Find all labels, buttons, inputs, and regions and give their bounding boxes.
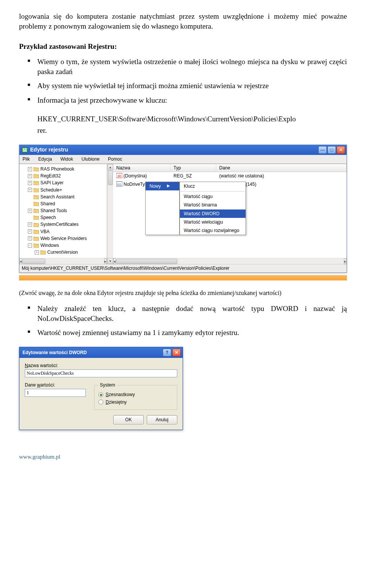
- context-item-key[interactable]: Klucz: [180, 182, 246, 190]
- example-heading: Przykład zastosowani Rejestru:: [19, 42, 347, 52]
- radio-dec-label: Dziesiętny: [106, 399, 127, 405]
- tree-item[interactable]: +RegEdt32: [21, 172, 101, 179]
- status-bar: Mój komputer\HKEY_CURRENT_USER\Software\…: [19, 264, 347, 272]
- scroll-left-button[interactable]: ◂: [113, 258, 116, 264]
- close-button[interactable]: ✕: [337, 146, 345, 154]
- folder-icon: [34, 180, 39, 185]
- menu-view[interactable]: Widok: [59, 156, 74, 163]
- expand-toggle[interactable]: +: [28, 229, 32, 234]
- context-item-multistring[interactable]: Wartość wielociągu: [180, 218, 246, 226]
- tree-label: SystemCertificates: [40, 221, 79, 227]
- value-list[interactable]: Nazwa Typ Dane ab(Domyślna)REG_SZ(wartoś…: [113, 164, 347, 264]
- tree-item[interactable]: Shared: [21, 200, 101, 207]
- expand-toggle[interactable]: +: [28, 174, 32, 178]
- tree-label: Web Service Providers: [40, 235, 87, 242]
- value-data: (wartość nie ustalona): [216, 172, 347, 180]
- tree-item[interactable]: +VBA: [21, 228, 101, 235]
- bullet-item: Informacja ta jest przechowywane w klucz…: [19, 95, 347, 105]
- registry-editor-window: Edytor rejestru — □ ✕ Plik Edycja Widok …: [19, 145, 347, 273]
- menu-favorites[interactable]: Ulubione: [80, 156, 101, 163]
- minimize-button[interactable]: —: [318, 146, 327, 154]
- scroll-right-button[interactable]: ▸: [344, 258, 347, 264]
- data-input[interactable]: [25, 389, 86, 397]
- maximize-button[interactable]: □: [327, 146, 336, 154]
- expand-toggle[interactable]: [28, 195, 32, 199]
- tree-item[interactable]: Speech: [21, 214, 101, 221]
- folder-icon: [34, 208, 39, 213]
- col-type[interactable]: Typ: [170, 164, 216, 172]
- horizontal-scrollbar[interactable]: [116, 258, 344, 264]
- regedit-icon: [22, 147, 28, 153]
- col-data[interactable]: Dane: [216, 164, 347, 172]
- scroll-left-button[interactable]: ◂: [19, 258, 22, 264]
- bullet-item: Należy znaleźć ten klucz, a następnie do…: [19, 304, 347, 323]
- dialog-title: Edytowanie wartości DWORD: [22, 350, 163, 356]
- tree-vertical-scrollbar[interactable]: ▴ ▾: [107, 164, 113, 264]
- value-type: REG_SZ: [170, 172, 216, 180]
- registry-path-block: HKEY_CURRENT_USER\Software\Microsoft\Win…: [19, 114, 347, 135]
- expand-toggle[interactable]: [28, 216, 32, 220]
- registry-tree[interactable]: +RAS Phonebook+RegEdt32+SAPI Layer+Sched…: [19, 164, 107, 264]
- tree-item[interactable]: Search Assistant: [21, 193, 101, 200]
- scroll-up-button[interactable]: ▴: [108, 164, 113, 170]
- system-fieldset: System Szesnastkowy Dziesiętny: [94, 382, 177, 410]
- tree-item[interactable]: +SystemCertificates: [21, 221, 101, 228]
- menu-file[interactable]: Plik: [21, 156, 31, 163]
- expand-toggle[interactable]: [28, 201, 32, 206]
- tree-item[interactable]: +RAS Phonebook: [21, 166, 101, 172]
- radio-hex[interactable]: [98, 392, 103, 397]
- expand-toggle[interactable]: +: [28, 222, 32, 227]
- expand-toggle[interactable]: +: [28, 188, 32, 192]
- menu-edit[interactable]: Edycja: [37, 156, 53, 163]
- scroll-down-button[interactable]: ▾: [108, 258, 113, 264]
- intro-paragraph: logowania się do komputera zostanie naty…: [19, 11, 347, 31]
- menu-help[interactable]: Pomoc: [106, 156, 124, 163]
- cancel-button[interactable]: Anuluj: [147, 415, 177, 424]
- context-item-label: Nowy: [149, 183, 161, 189]
- svg-text:ab: ab: [117, 174, 121, 178]
- ok-button[interactable]: OK: [113, 415, 144, 424]
- data-label: Dane wartości:: [25, 382, 86, 388]
- tree-item[interactable]: −Windows: [21, 242, 101, 249]
- tree-item[interactable]: +SAPI Layer: [21, 179, 101, 186]
- context-item-binary[interactable]: Wartość binarna: [180, 201, 246, 209]
- folder-icon: [34, 195, 39, 199]
- list-row[interactable]: ab(Domyślna)REG_SZ(wartość nie ustalona): [113, 172, 347, 180]
- radio-dec[interactable]: [98, 400, 103, 404]
- help-button[interactable]: ?: [163, 349, 171, 356]
- folder-icon: [34, 215, 39, 220]
- tree-item[interactable]: +Shared Tools: [21, 207, 101, 214]
- expand-toggle[interactable]: +: [35, 250, 39, 255]
- tree-item[interactable]: +Web Service Providers: [21, 235, 101, 242]
- dialog-title-bar[interactable]: Edytowanie wartości DWORD ? ✕: [19, 347, 183, 358]
- footer-link[interactable]: www.graphium.pl: [19, 453, 347, 461]
- dialog-close-button[interactable]: ✕: [172, 349, 181, 356]
- horizontal-scrollbar[interactable]: [22, 258, 104, 264]
- tree-item[interactable]: +Schedule+: [21, 187, 101, 193]
- name-input[interactable]: [25, 369, 177, 377]
- expand-toggle[interactable]: +: [28, 209, 32, 213]
- list-header: Nazwa Typ Dane: [113, 164, 347, 172]
- folder-icon: [34, 174, 39, 178]
- tree-item[interactable]: +CurrentVersion: [21, 249, 101, 256]
- context-item-expandstring[interactable]: Wartość ciągu rozwijalnego: [180, 226, 246, 235]
- expand-toggle[interactable]: +: [28, 181, 32, 185]
- tree-label: Search Assistant: [40, 194, 74, 200]
- folder-icon: [34, 236, 39, 241]
- folder-icon: [34, 201, 39, 206]
- context-item-dword[interactable]: Wartość DWORD: [180, 209, 246, 218]
- context-item-string[interactable]: Wartość ciągu: [180, 192, 246, 201]
- tree-label: VBA: [40, 229, 50, 235]
- svg-rect-3: [23, 150, 27, 151]
- context-item-new[interactable]: Nowy ▶: [146, 182, 179, 190]
- scroll-right-button[interactable]: ▸: [104, 258, 107, 264]
- tree-label: Windows: [40, 242, 59, 248]
- expand-toggle[interactable]: +: [28, 236, 32, 240]
- expand-toggle[interactable]: −: [28, 243, 32, 248]
- expand-toggle[interactable]: +: [28, 167, 32, 171]
- note-paragraph: (Zwróć uwagę, że na dole okna Edytor rej…: [19, 289, 347, 297]
- tree-label: SAPI Layer: [40, 180, 64, 186]
- col-name[interactable]: Nazwa: [113, 164, 170, 172]
- tree-label: Schedule+: [40, 187, 62, 193]
- window-title-bar[interactable]: Edytor rejestru — □ ✕: [19, 145, 347, 155]
